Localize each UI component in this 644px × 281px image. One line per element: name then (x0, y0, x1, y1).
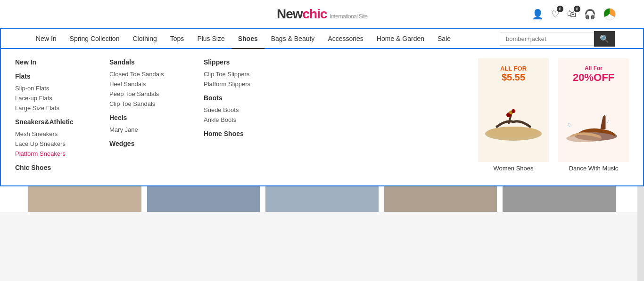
nav-item-shoes[interactable]: Shoes (231, 28, 264, 49)
section-title-newin: New In (15, 58, 100, 66)
link-mesh-sneakers[interactable]: Mesh Sneakers (15, 130, 100, 137)
promo-overlay-2: All For 20%OFF (558, 65, 629, 84)
header: NewchicInternational Site 👤 ♡ 0 🛍 0 🎧 (0, 0, 644, 28)
promo-label-1: Women Shoes (478, 165, 549, 172)
svg-text:♪: ♪ (606, 117, 610, 125)
logo[interactable]: NewchicInternational Site (277, 7, 367, 22)
link-closedtoe-sandals[interactable]: Closed Toe Sandals (109, 71, 194, 78)
section-title-wedges: Wedges (109, 140, 194, 147)
search-input[interactable] (500, 32, 594, 46)
nav-search: 🔍 (500, 31, 615, 47)
sandal-svg (483, 94, 544, 155)
section-title-heels: Heels (109, 114, 194, 121)
link-slipon-flats[interactable]: Slip-on Flats (15, 85, 100, 92)
nav-item-spring[interactable]: Spring Collection (63, 28, 126, 49)
nav: New In Spring Collection Clothing Tops P… (0, 28, 644, 49)
search-button[interactable]: 🔍 (594, 31, 615, 47)
dance-shoes-svg: ♪ ♫ (563, 94, 624, 155)
link-laceup-flats[interactable]: Lace-up Flats (15, 95, 100, 102)
nav-item-clothing[interactable]: Clothing (126, 28, 163, 49)
dropdown-promos: ALL FOR $5.55 (478, 58, 629, 176)
nav-items: New In Spring Collection Clothing Tops P… (29, 28, 500, 49)
section-title-slippers: Slippers (204, 58, 289, 66)
link-suede-boots[interactable]: Suede Boots (204, 106, 289, 113)
promo-label-2: Dance With Music (558, 165, 629, 172)
shoes-dropdown: New In Flats Slip-on Flats Lace-up Flats… (0, 49, 644, 186)
cart-icon[interactable]: 🛍 0 (567, 8, 577, 19)
logo-intl: International Site (330, 13, 368, 20)
link-cliptoe-sandals[interactable]: Clip Toe Sandals (109, 100, 194, 107)
logo-chic: chic (302, 7, 327, 21)
promo-card-dance[interactable]: All For 20%OFF ♪ ♫ (558, 58, 629, 172)
promo-overlay-1: ALL FOR $5.55 (478, 65, 549, 83)
link-mary-jane[interactable]: Mary Jane (109, 126, 194, 133)
link-laceup-sneakers[interactable]: Lace Up Sneakers (15, 140, 100, 147)
nav-item-home[interactable]: Home & Garden (370, 28, 431, 49)
account-icon[interactable]: 👤 (532, 8, 544, 20)
promo-all-for-label: ALL FOR (478, 65, 549, 72)
promo-card-women-shoes[interactable]: ALL FOR $5.55 (478, 58, 549, 172)
promo-all-for-2: All For (558, 65, 629, 72)
section-title-sandals: Sandals (109, 58, 194, 66)
header-icons: 👤 ♡ 0 🛍 0 🎧 (532, 8, 616, 20)
promo-price: $5.55 (478, 72, 549, 83)
dropdown-col-3: Slippers Clip Toe Slippers Platform Slip… (204, 58, 298, 176)
link-platform-sneakers[interactable]: Platform Sneakers (15, 150, 100, 157)
link-platform-slippers[interactable]: Platform Slippers (204, 80, 289, 88)
section-title-chicshoes: Chic Shoes (15, 164, 100, 171)
link-ankle-boots[interactable]: Ankle Boots (204, 116, 289, 123)
section-title-sneakers: Sneakers&Athletic (15, 118, 100, 126)
promo-img-1: ALL FOR $5.55 (478, 58, 549, 162)
logo-new: New (277, 7, 303, 21)
link-largesize-flats[interactable]: Large Size Flats (15, 104, 100, 112)
nav-item-newin[interactable]: New In (29, 28, 63, 49)
svg-point-4 (512, 109, 515, 113)
wishlist-badge: 0 (557, 6, 563, 12)
nav-item-sale[interactable]: Sale (431, 28, 457, 49)
section-title-homeshoes: Home Shoes (204, 130, 289, 137)
link-peeptoe-sandals[interactable]: Peep Toe Sandals (109, 90, 194, 97)
dropdown-col-1: New In Flats Slip-on Flats Lace-up Flats… (15, 58, 109, 176)
nav-item-accessories[interactable]: Accessories (321, 28, 370, 49)
nav-item-plussize[interactable]: Plus Size (190, 28, 231, 49)
link-cliptoe-slippers[interactable]: Clip Toe Slippers (204, 71, 289, 78)
link-heel-sandals[interactable]: Heel Sandals (109, 80, 194, 88)
svg-point-1 (487, 127, 539, 138)
promo-img-2: All For 20%OFF ♪ ♫ (558, 58, 629, 162)
svg-text:♫: ♫ (567, 121, 571, 128)
promo-20off: 20%OFF (558, 72, 629, 84)
cart-badge: 0 (574, 6, 580, 12)
section-title-flats: Flats (15, 72, 100, 80)
wishlist-icon[interactable]: ♡ 0 (551, 8, 560, 20)
language-flag[interactable] (603, 8, 616, 20)
section-title-boots: Boots (204, 94, 289, 102)
nav-item-bags[interactable]: Bags & Beauty (264, 28, 322, 49)
support-icon[interactable]: 🎧 (584, 8, 596, 20)
nav-item-tops[interactable]: Tops (164, 28, 191, 49)
dropdown-col-2: Sandals Closed Toe Sandals Heel Sandals … (109, 58, 204, 176)
